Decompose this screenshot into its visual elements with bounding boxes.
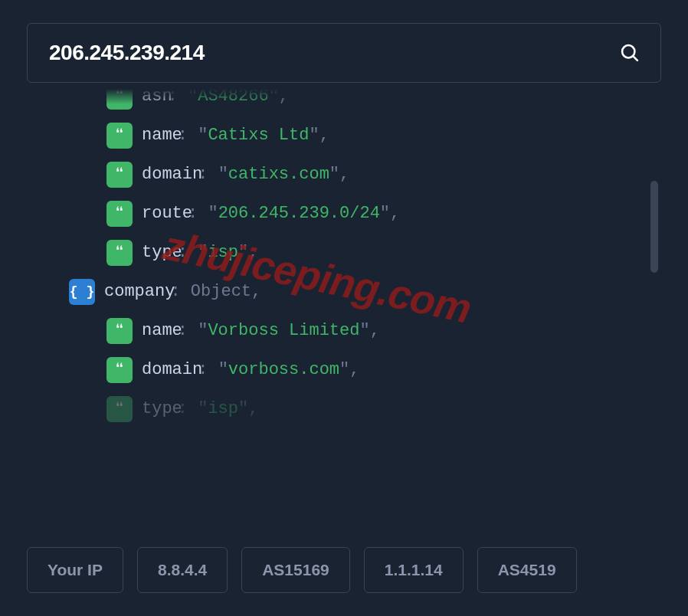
- json-field-type: ❝ type: "isp",: [27, 233, 661, 272]
- json-type: Object: [191, 282, 251, 301]
- string-icon: ❝: [106, 240, 133, 266]
- json-value: Catixs Ltd: [208, 126, 309, 145]
- suggestion-chips: Your IP 8.8.4.4 AS15169 1.1.1.14 AS4519: [27, 547, 661, 593]
- chip-8844[interactable]: 8.8.4.4: [137, 547, 228, 593]
- chip-your-ip[interactable]: Your IP: [27, 547, 123, 593]
- json-field-company-name: ❝ name: "Vorboss Limited",: [27, 311, 661, 350]
- json-field-company-domain: ❝ domain: "vorboss.com",: [27, 350, 661, 389]
- string-icon: ❝: [106, 396, 133, 422]
- search-button[interactable]: [613, 36, 647, 70]
- string-icon: ❝: [106, 318, 133, 344]
- json-field-domain: ❝ domain: "catixs.com",: [27, 155, 661, 194]
- json-value: catixs.com: [228, 165, 329, 184]
- string-icon: ❝: [106, 162, 133, 188]
- json-key: company: [104, 282, 175, 301]
- scrollbar-thumb[interactable]: [650, 181, 658, 273]
- json-field-route: ❝ route: "206.245.239.0/24",: [27, 194, 661, 233]
- object-icon: { }: [69, 279, 95, 305]
- chip-as15169[interactable]: AS15169: [241, 547, 350, 593]
- json-key: domain: [142, 360, 202, 379]
- json-value: isp: [208, 243, 238, 262]
- json-key: type: [142, 243, 182, 262]
- json-field-asn: ❝ asn: "AS48266",: [27, 89, 661, 116]
- json-object-company[interactable]: { } company: Object,: [27, 272, 661, 311]
- svg-line-1: [633, 56, 637, 61]
- chip-11114[interactable]: 1.1.1.14: [364, 547, 464, 593]
- json-viewer[interactable]: ❝ asn: "AS48266", ❝ name: "Catixs Ltd", …: [27, 89, 661, 533]
- string-icon: ❝: [106, 201, 133, 227]
- json-value: vorboss.com: [228, 360, 339, 379]
- json-value: isp: [208, 399, 238, 418]
- json-key: route: [142, 204, 192, 223]
- json-key: domain: [142, 165, 202, 184]
- chip-as4519[interactable]: AS4519: [477, 547, 577, 593]
- json-key: type: [142, 399, 182, 418]
- search-icon: [619, 42, 640, 64]
- json-value: Vorboss Limited: [208, 321, 359, 340]
- string-icon: ❝: [106, 357, 133, 383]
- search-bar: [27, 23, 661, 83]
- json-key: name: [142, 321, 182, 340]
- string-icon: ❝: [106, 123, 133, 149]
- json-field-name: ❝ name: "Catixs Ltd",: [27, 116, 661, 155]
- json-field-company-type: ❝ type: "isp",: [27, 389, 661, 428]
- json-value: 206.245.239.0/24: [218, 204, 380, 223]
- string-icon: ❝: [106, 89, 133, 110]
- json-value: AS48266: [198, 89, 268, 106]
- json-key: name: [142, 126, 182, 145]
- search-input[interactable]: [49, 41, 613, 65]
